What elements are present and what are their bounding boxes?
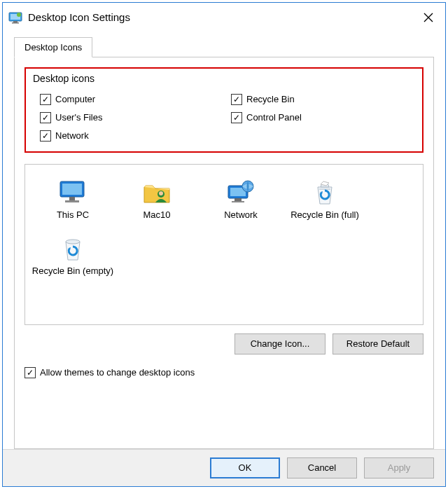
close-icon[interactable] bbox=[414, 6, 442, 29]
checkbox-label: Control Panel bbox=[246, 112, 302, 123]
checkbox-users-files[interactable]: ✓ User's Files bbox=[40, 112, 224, 123]
checkbox-box: ✓ bbox=[231, 112, 242, 123]
tab-page: Desktop icons ✓ Computer ✓ User's Files … bbox=[14, 57, 434, 449]
thispc-icon bbox=[31, 176, 115, 207]
checkbox-label: Computer bbox=[55, 94, 95, 104]
icon-network[interactable]: Network bbox=[199, 176, 283, 221]
network-icon bbox=[199, 176, 283, 207]
svg-point-4 bbox=[17, 13, 21, 17]
icon-label: Network bbox=[199, 209, 283, 221]
titlebar: Desktop Icon Settings bbox=[3, 3, 445, 32]
svg-rect-7 bbox=[69, 197, 75, 200]
apply-button[interactable]: Apply bbox=[364, 457, 434, 478]
app-icon bbox=[8, 11, 22, 25]
svg-rect-6 bbox=[62, 184, 82, 195]
icon-label: Recycle Bin (empty) bbox=[31, 266, 115, 277]
icon-label: Mac10 bbox=[115, 209, 199, 221]
svg-rect-13 bbox=[234, 198, 241, 201]
svg-point-16 bbox=[66, 240, 80, 244]
window-title: Desktop Icon Settings bbox=[28, 11, 414, 23]
checkbox-label: Allow themes to change desktop icons bbox=[40, 367, 195, 378]
checkbox-label: Recycle Bin bbox=[246, 94, 295, 104]
checkbox-box: ✓ bbox=[40, 112, 51, 123]
desktop-icons-group: Desktop icons ✓ Computer ✓ User's Files … bbox=[24, 67, 424, 153]
tab-desktop-icons[interactable]: Desktop Icons bbox=[14, 37, 92, 57]
dialog-window: Desktop Icon Settings Desktop Icons Desk… bbox=[2, 2, 446, 487]
icon-label: This PC bbox=[31, 209, 115, 221]
ok-button[interactable]: OK bbox=[210, 457, 280, 478]
icon-this-pc[interactable]: This PC bbox=[31, 176, 115, 221]
checkbox-control-panel[interactable]: ✓ Control Panel bbox=[231, 112, 415, 123]
icon-recycle-bin-full[interactable]: Recycle Bin (full) bbox=[283, 176, 367, 221]
recyclebin-empty-icon bbox=[31, 232, 115, 263]
icon-recycle-bin-empty[interactable]: Recycle Bin (empty) bbox=[31, 232, 115, 277]
cancel-button[interactable]: Cancel bbox=[287, 457, 357, 478]
dialog-body: Desktop Icons Desktop icons ✓ Computer ✓… bbox=[3, 32, 445, 449]
checkbox-allow-themes[interactable]: ✓ Allow themes to change desktop icons bbox=[24, 367, 424, 378]
svg-rect-14 bbox=[232, 201, 244, 202]
svg-rect-8 bbox=[65, 200, 79, 202]
group-title: Desktop icons bbox=[33, 73, 415, 84]
userfolder-icon bbox=[115, 176, 199, 207]
checkbox-box: ✓ bbox=[231, 94, 242, 105]
checkbox-recycle-bin[interactable]: ✓ Recycle Bin bbox=[231, 94, 415, 105]
icon-user-folder[interactable]: Mac10 bbox=[115, 176, 199, 221]
restore-default-button[interactable]: Restore Default bbox=[332, 333, 424, 354]
checkbox-box: ✓ bbox=[40, 94, 51, 105]
svg-rect-2 bbox=[13, 21, 18, 22]
icon-label: Recycle Bin (full) bbox=[283, 209, 367, 221]
tabstrip: Desktop Icons bbox=[14, 36, 434, 57]
icon-preview-list[interactable]: This PC Mac10 bbox=[24, 164, 424, 325]
icon-buttons-row: Change Icon... Restore Default bbox=[24, 333, 424, 354]
tab-label: Desktop Icons bbox=[24, 42, 82, 53]
checkbox-box: ✓ bbox=[40, 130, 51, 142]
svg-point-10 bbox=[159, 191, 163, 195]
checkbox-network[interactable]: ✓ Network bbox=[40, 130, 224, 142]
change-icon-button[interactable]: Change Icon... bbox=[234, 333, 326, 354]
svg-rect-3 bbox=[12, 22, 19, 24]
recyclebin-full-icon bbox=[283, 176, 367, 207]
checkbox-label: User's Files bbox=[55, 112, 103, 123]
checkbox-computer[interactable]: ✓ Computer bbox=[40, 94, 224, 105]
checkbox-box: ✓ bbox=[24, 367, 36, 378]
checkbox-label: Network bbox=[55, 130, 89, 141]
dialog-footer: OK Cancel Apply bbox=[3, 449, 445, 486]
